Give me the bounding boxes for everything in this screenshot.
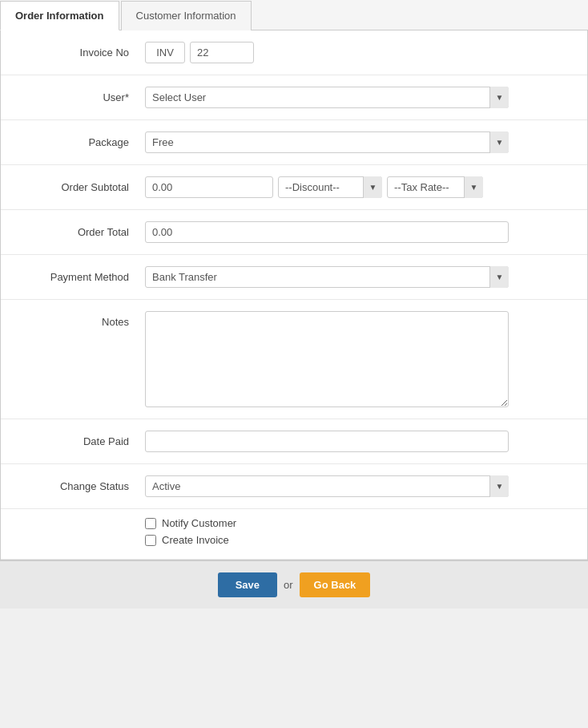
change-status-select[interactable]: Active xyxy=(145,475,509,497)
order-total-input xyxy=(145,221,509,243)
taxrate-select-wrapper: --Tax Rate-- ▼ xyxy=(387,176,483,198)
change-status-label: Change Status xyxy=(17,475,145,492)
order-subtotal-input[interactable] xyxy=(145,176,273,198)
notes-textarea[interactable] xyxy=(145,311,509,407)
page-wrapper: Order Information Customer Information I… xyxy=(0,0,588,728)
tab-order-information[interactable]: Order Information xyxy=(0,1,119,30)
create-invoice-checkbox[interactable] xyxy=(145,535,156,546)
discount-select[interactable]: --Discount-- xyxy=(278,176,382,198)
invoice-number-input[interactable] xyxy=(190,42,254,63)
save-button[interactable]: Save xyxy=(218,572,277,597)
change-status-row: Change Status Active ▼ xyxy=(1,464,587,509)
user-field: Select User ▼ xyxy=(145,87,571,108)
notes-row: Notes xyxy=(1,300,587,419)
payment-method-select-wrapper: Bank Transfer ▼ xyxy=(145,266,509,288)
package-select[interactable]: Free xyxy=(145,131,509,153)
user-row: User* Select User ▼ xyxy=(1,75,587,120)
notes-label: Notes xyxy=(17,311,145,328)
user-select-wrapper: Select User ▼ xyxy=(145,87,509,108)
package-row: Package Free ▼ xyxy=(1,120,587,165)
payment-method-field: Bank Transfer ▼ xyxy=(145,266,571,288)
payment-method-label: Payment Method xyxy=(17,266,145,283)
date-paid-row: Date Paid xyxy=(1,419,587,464)
order-total-row: Order Total xyxy=(1,210,587,255)
order-subtotal-row: Order Subtotal --Discount-- ▼ --Tax Rate… xyxy=(1,165,587,210)
notify-customer-checkbox[interactable] xyxy=(145,518,156,529)
date-paid-field xyxy=(145,431,571,452)
tabs-bar: Order Information Customer Information xyxy=(0,0,588,30)
date-paid-input[interactable] xyxy=(145,431,509,452)
invoice-no-label: Invoice No xyxy=(17,42,145,59)
package-label: Package xyxy=(17,131,145,148)
notes-field xyxy=(145,311,571,407)
payment-method-select[interactable]: Bank Transfer xyxy=(145,266,509,288)
tab-customer-information[interactable]: Customer Information xyxy=(121,1,252,30)
package-select-wrapper: Free ▼ xyxy=(145,131,509,153)
change-status-field: Active ▼ xyxy=(145,475,571,497)
checkboxes-row: Notify Customer Create Invoice xyxy=(1,509,587,560)
order-total-field xyxy=(145,221,571,243)
footer-bar: Save or Go Back xyxy=(0,560,588,609)
invoice-prefix-input[interactable] xyxy=(145,42,185,63)
order-subtotal-label: Order Subtotal xyxy=(17,176,145,193)
go-back-button[interactable]: Go Back xyxy=(300,572,371,597)
create-invoice-item: Create Invoice xyxy=(145,534,571,546)
invoice-no-field xyxy=(145,42,571,63)
payment-method-row: Payment Method Bank Transfer ▼ xyxy=(1,255,587,300)
user-select[interactable]: Select User xyxy=(145,87,509,108)
date-paid-label: Date Paid xyxy=(17,431,145,447)
invoice-no-row: Invoice No xyxy=(1,30,587,75)
order-subtotal-field: --Discount-- ▼ --Tax Rate-- ▼ xyxy=(145,176,571,198)
user-label: User* xyxy=(17,87,145,103)
change-status-select-wrapper: Active ▼ xyxy=(145,475,509,497)
form-container: Invoice No User* Select User ▼ Package xyxy=(0,30,588,560)
taxrate-select[interactable]: --Tax Rate-- xyxy=(387,176,483,198)
discount-select-wrapper: --Discount-- ▼ xyxy=(278,176,382,198)
or-text: or xyxy=(284,579,293,591)
order-total-label: Order Total xyxy=(17,221,145,238)
create-invoice-label: Create Invoice xyxy=(162,534,229,546)
package-field: Free ▼ xyxy=(145,131,571,153)
notify-customer-item: Notify Customer xyxy=(145,517,571,529)
notify-customer-label: Notify Customer xyxy=(162,517,236,529)
